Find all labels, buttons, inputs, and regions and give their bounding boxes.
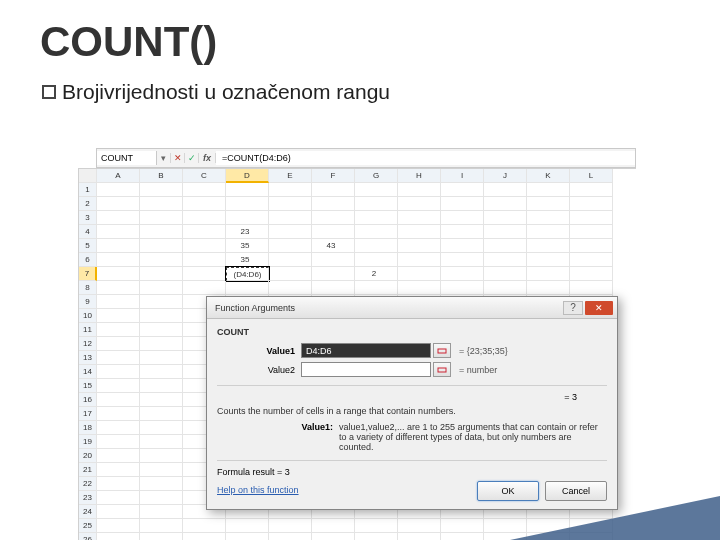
cell[interactable] xyxy=(97,225,140,239)
column-header[interactable]: B xyxy=(140,169,183,183)
cell[interactable] xyxy=(484,197,527,211)
cell[interactable] xyxy=(441,239,484,253)
column-header[interactable]: I xyxy=(441,169,484,183)
cell[interactable] xyxy=(312,281,355,295)
cell[interactable]: 43 xyxy=(312,239,355,253)
cell[interactable] xyxy=(97,407,140,421)
cell[interactable] xyxy=(97,211,140,225)
cell[interactable] xyxy=(398,239,441,253)
column-header[interactable]: F xyxy=(312,169,355,183)
row-header[interactable]: 22 xyxy=(79,477,97,491)
column-header[interactable]: K xyxy=(527,169,570,183)
cell[interactable] xyxy=(140,379,183,393)
cell[interactable] xyxy=(97,477,140,491)
row-header[interactable]: 19 xyxy=(79,435,97,449)
cell[interactable] xyxy=(97,421,140,435)
cell[interactable] xyxy=(140,477,183,491)
row-header[interactable]: 7 xyxy=(79,267,97,281)
cell[interactable] xyxy=(355,281,398,295)
cell[interactable] xyxy=(527,239,570,253)
cell[interactable] xyxy=(312,197,355,211)
cell[interactable] xyxy=(570,183,613,197)
cell[interactable] xyxy=(97,365,140,379)
cell[interactable] xyxy=(226,197,269,211)
cell[interactable]: (D4:D6) xyxy=(226,267,269,281)
cell[interactable] xyxy=(484,253,527,267)
row-header[interactable]: 12 xyxy=(79,337,97,351)
row-header[interactable]: 14 xyxy=(79,365,97,379)
cell[interactable] xyxy=(97,295,140,309)
cell[interactable] xyxy=(226,183,269,197)
row-header[interactable]: 8 xyxy=(79,281,97,295)
cell[interactable] xyxy=(140,351,183,365)
cell[interactable] xyxy=(226,211,269,225)
cell[interactable] xyxy=(140,491,183,505)
dialog-titlebar[interactable]: Function Arguments ? ✕ xyxy=(207,297,617,319)
fx-icon[interactable]: fx xyxy=(199,153,216,163)
cell[interactable] xyxy=(269,211,312,225)
cell[interactable] xyxy=(570,225,613,239)
enter-formula-icon[interactable]: ✓ xyxy=(185,153,199,163)
cell[interactable] xyxy=(398,253,441,267)
cell[interactable] xyxy=(441,267,484,281)
cell[interactable] xyxy=(183,253,226,267)
column-header[interactable]: A xyxy=(97,169,140,183)
cell[interactable] xyxy=(140,183,183,197)
cell[interactable] xyxy=(398,533,441,540)
cell[interactable] xyxy=(441,197,484,211)
row-header[interactable]: 24 xyxy=(79,505,97,519)
cell[interactable] xyxy=(527,267,570,281)
cell[interactable] xyxy=(355,253,398,267)
cancel-formula-icon[interactable]: ✕ xyxy=(171,153,185,163)
cell[interactable] xyxy=(140,505,183,519)
cell[interactable] xyxy=(140,421,183,435)
cell[interactable] xyxy=(226,519,269,533)
cell[interactable] xyxy=(140,197,183,211)
cell[interactable] xyxy=(183,281,226,295)
cell[interactable] xyxy=(484,239,527,253)
cell[interactable] xyxy=(140,365,183,379)
cell[interactable] xyxy=(140,407,183,421)
cell[interactable] xyxy=(97,253,140,267)
cell[interactable] xyxy=(140,519,183,533)
cell[interactable] xyxy=(97,449,140,463)
row-header[interactable]: 9 xyxy=(79,295,97,309)
row-header[interactable]: 18 xyxy=(79,421,97,435)
cell[interactable] xyxy=(570,281,613,295)
cell[interactable] xyxy=(140,253,183,267)
column-header[interactable]: D xyxy=(226,169,269,183)
row-header[interactable]: 13 xyxy=(79,351,97,365)
cell[interactable] xyxy=(97,309,140,323)
cell[interactable] xyxy=(398,267,441,281)
cell[interactable] xyxy=(140,533,183,540)
formula-input[interactable]: =COUNT(D4:D6) xyxy=(216,151,635,165)
cell[interactable] xyxy=(398,211,441,225)
cell[interactable] xyxy=(140,281,183,295)
cell[interactable] xyxy=(441,533,484,540)
row-header[interactable]: 5 xyxy=(79,239,97,253)
cell[interactable] xyxy=(140,225,183,239)
select-all-corner[interactable] xyxy=(79,169,97,183)
cell[interactable] xyxy=(140,337,183,351)
cell[interactable] xyxy=(355,225,398,239)
cell[interactable] xyxy=(97,519,140,533)
close-icon[interactable]: ✕ xyxy=(585,301,613,315)
column-header[interactable]: J xyxy=(484,169,527,183)
cell[interactable] xyxy=(140,463,183,477)
column-header[interactable]: C xyxy=(183,169,226,183)
cell[interactable]: 23 xyxy=(226,225,269,239)
cell[interactable] xyxy=(269,519,312,533)
cell[interactable] xyxy=(97,323,140,337)
cell[interactable] xyxy=(570,211,613,225)
cell[interactable] xyxy=(570,253,613,267)
cell[interactable] xyxy=(97,435,140,449)
row-header[interactable]: 16 xyxy=(79,393,97,407)
cell[interactable] xyxy=(140,239,183,253)
cell[interactable] xyxy=(398,225,441,239)
cell[interactable] xyxy=(140,267,183,281)
collapse-dialog-icon[interactable] xyxy=(433,362,451,377)
cell[interactable] xyxy=(97,183,140,197)
cell[interactable] xyxy=(527,281,570,295)
cell[interactable] xyxy=(441,519,484,533)
row-header[interactable]: 3 xyxy=(79,211,97,225)
